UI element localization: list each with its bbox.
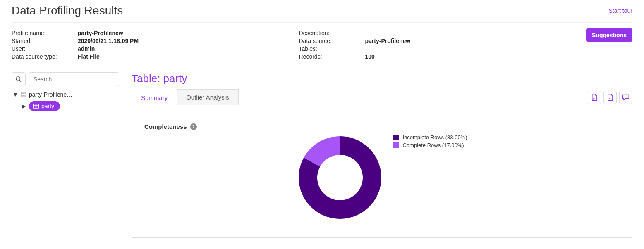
search-input[interactable]	[29, 72, 119, 86]
completeness-donut-chart	[297, 134, 383, 221]
tree-root[interactable]: ▼ party-Profilene…	[12, 90, 119, 100]
records-value: 100	[365, 53, 375, 60]
excel-icon: X	[607, 94, 613, 101]
svg-rect-5	[34, 104, 39, 109]
datasource-value: party-Profilenew	[365, 38, 411, 44]
table-icon	[33, 104, 39, 109]
help-icon[interactable]: ?	[190, 123, 197, 130]
table-title: Table: party	[132, 72, 632, 85]
dstype-label: Data source type:	[12, 53, 78, 60]
svg-text:P: P	[593, 97, 595, 100]
legend-item[interactable]: Incomplete Rows (83.00%)	[393, 134, 467, 140]
legend-item[interactable]: Complete Rows (17.00%)	[393, 142, 467, 148]
description-label: Description:	[299, 30, 365, 36]
divider	[12, 66, 632, 66]
start-tour-link[interactable]: Start tour	[608, 7, 632, 14]
profile-name-label: Profile name:	[12, 30, 78, 36]
caret-down-icon: ▼	[12, 91, 18, 98]
comments-button[interactable]	[619, 91, 632, 104]
started-label: Started:	[12, 38, 78, 44]
page-title: Data Profiling Results	[12, 4, 123, 17]
divider	[12, 22, 632, 23]
tree-child[interactable]: ▶ party	[20, 100, 119, 113]
svg-point-0	[16, 77, 20, 81]
pdf-icon: P	[591, 94, 598, 101]
search-icon	[15, 76, 22, 83]
user-label: User:	[12, 45, 78, 52]
tree-root-label: party-Profilene…	[29, 91, 72, 98]
completeness-title: Completeness	[144, 123, 187, 130]
tab-outlier[interactable]: Outlier Analysis	[177, 89, 238, 105]
profile-name-value: party-Profilenew	[78, 30, 123, 36]
datasource-icon	[21, 92, 26, 97]
dstype-value: Flat File	[78, 53, 100, 60]
svg-line-1	[19, 80, 21, 82]
legend-label: Incomplete Rows (83.00%)	[402, 134, 467, 140]
tabs: Summary Outlier Analysis	[132, 89, 238, 105]
export-pdf-button[interactable]: P	[588, 91, 601, 104]
legend-swatch	[393, 142, 399, 148]
legend-swatch	[393, 135, 399, 140]
records-label: Records:	[299, 53, 365, 60]
tree-child-label: party	[41, 103, 54, 109]
completeness-card: Completeness ? Incomplete Rows (83.00%)C…	[132, 113, 632, 238]
legend-label: Complete Rows (17.00%)	[402, 142, 464, 148]
user-value: admin	[78, 45, 95, 52]
tables-label: Tables:	[299, 45, 365, 52]
tab-summary[interactable]: Summary	[132, 90, 177, 105]
svg-rect-2	[21, 92, 26, 97]
svg-text:X: X	[609, 97, 610, 100]
chart-legend: Incomplete Rows (83.00%)Complete Rows (1…	[393, 134, 467, 150]
export-excel-button[interactable]: X	[603, 91, 617, 104]
meta-left: Profile name:party-Profilenew Started:20…	[12, 28, 299, 61]
started-value: 2020/09/21 1:18:09 PM	[78, 38, 139, 44]
suggestions-button[interactable]: Suggestions	[586, 28, 632, 42]
meta-right: Description: Data source:party-Profilene…	[299, 28, 587, 61]
caret-right-icon: ▶	[21, 103, 26, 109]
chat-icon	[622, 94, 630, 101]
datasource-label: Data source:	[299, 38, 365, 44]
search-icon-button[interactable]	[12, 72, 26, 86]
